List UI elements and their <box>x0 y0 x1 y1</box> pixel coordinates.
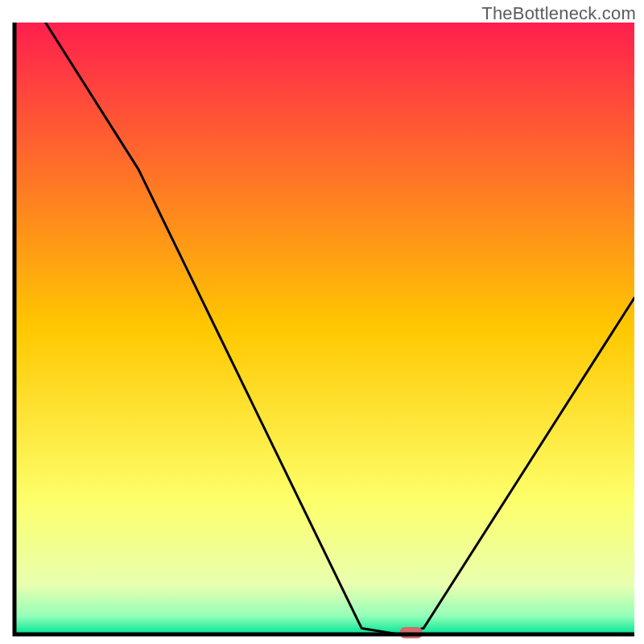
chart-container: { "watermark": "TheBottleneck.com", "cha… <box>0 0 644 644</box>
bottleneck-chart <box>0 0 644 644</box>
plot-background <box>14 23 634 634</box>
watermark-text: TheBottleneck.com <box>481 3 636 24</box>
